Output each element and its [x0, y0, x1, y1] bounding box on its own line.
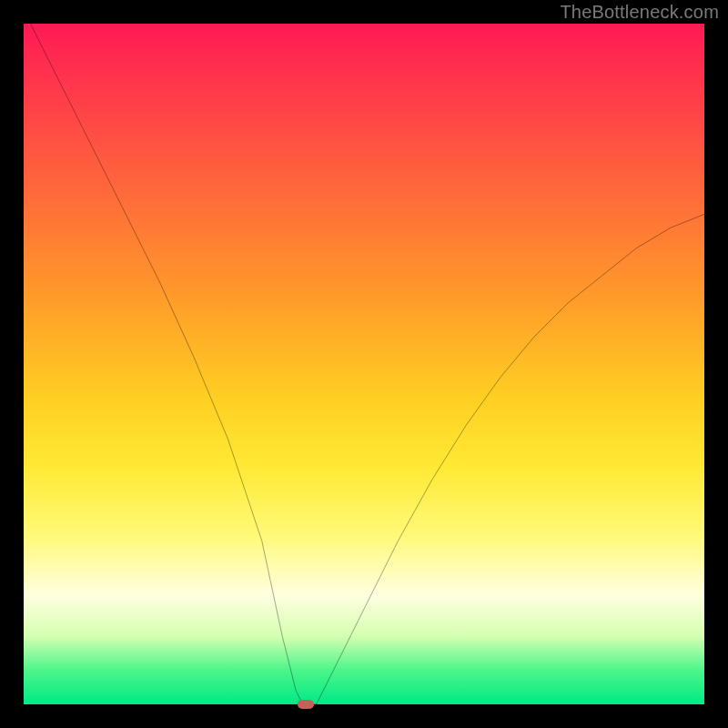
- bottleneck-curve-path: [30, 24, 704, 704]
- bottleneck-curve-svg: [24, 24, 704, 704]
- optimum-marker: [298, 700, 314, 709]
- chart-stage: TheBottleneck.com: [0, 0, 728, 728]
- plot-area: [24, 24, 704, 704]
- watermark-text: TheBottleneck.com: [560, 2, 719, 23]
